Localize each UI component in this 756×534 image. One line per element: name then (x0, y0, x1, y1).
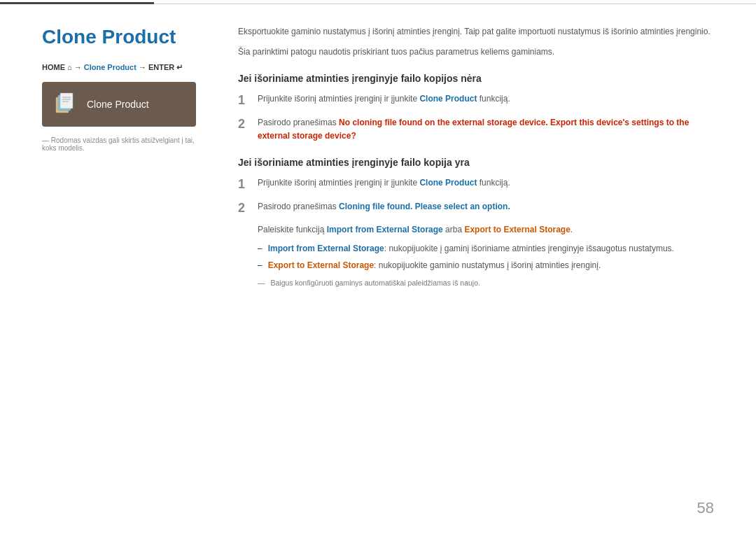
bullet-text-1: Import from External Storage: nukopijuok… (268, 242, 674, 255)
step-number-4: 2 (238, 200, 251, 216)
section2-step2: 2 Pasirodo pranešimas Cloning file found… (238, 200, 714, 216)
footnote-dash: ― (258, 278, 265, 289)
menu-item-box[interactable]: Clone Product (42, 82, 196, 127)
model-note: Rodomas vaizdas gali skirtis atsižvelgia… (42, 136, 196, 152)
export-link: Export to External Storage (464, 225, 570, 234)
no-cloning-message: No cloning file found on the external st… (258, 118, 689, 141)
step-number: 1 (238, 92, 251, 108)
step-number-2: 2 (238, 116, 251, 132)
section1-step2: 2 Pasirodo pranešimas No cloning file fo… (238, 116, 714, 143)
breadcrumb: HOME ⌂ → Clone Product → ENTER ↵ (42, 63, 196, 72)
section1-step1: 1 Prijunkite išorinį atminties įrenginį … (238, 92, 714, 108)
step-number-3: 1 (238, 176, 251, 192)
menu-item-label: Clone Product (87, 99, 149, 110)
svg-rect-2 (60, 93, 73, 108)
bullet-item-2: – Export to External Storage: nukopijuok… (258, 259, 714, 272)
section2-step1: 1 Prijunkite išorinį atminties įrenginį … (238, 176, 714, 192)
bullet-item-1: – Import from External Storage: nukopiju… (258, 242, 714, 255)
page-container: Clone Product HOME ⌂ → Clone Product → E… (0, 0, 756, 534)
content-area: Clone Product HOME ⌂ → Clone Product → E… (0, 4, 756, 310)
breadcrumb-current: Clone Product (84, 63, 136, 71)
import-link: Import from External Storage (327, 225, 443, 234)
breadcrumb-arrow1: → (74, 63, 82, 71)
step-text-4: Pasirodo pranešimas Cloning file found. … (258, 200, 714, 213)
export-bold: Export to External Storage (268, 260, 374, 270)
step-text: Prijunkite išorinį atminties įrenginį ir… (258, 92, 714, 106)
step-text-2: Pasirodo pranešimas No cloning file foun… (258, 116, 714, 143)
intro-text-1: Eksportuokite gaminio nustatymus į išori… (238, 25, 714, 38)
step-text-3: Prijunkite išorinį atminties įrenginį ir… (258, 176, 714, 190)
cloning-found-message: Cloning file found. Please select an opt… (339, 202, 510, 211)
bullet-list: – Import from External Storage: nukopiju… (258, 242, 714, 272)
bullet-dash-2: – (258, 259, 262, 272)
import-bold: Import from External Storage (268, 244, 384, 253)
clone-product-icon (53, 92, 78, 117)
breadcrumb-enter: ENTER ↵ (148, 63, 183, 72)
bullet-text-2: Export to External Storage: nukopijuokit… (268, 259, 601, 272)
breadcrumb-home: HOME ⌂ (42, 63, 72, 71)
right-panel: Eksportuokite gaminio nustatymus į išori… (224, 25, 714, 289)
bullet-dash-1: – (258, 242, 262, 255)
sub-instruction: Paleiskite funkciją Import from External… (258, 223, 714, 237)
section1-heading: Jei išoriniame atminties įrenginyje fail… (238, 73, 714, 84)
page-number: 58 (697, 499, 714, 517)
footnote: ― Baigus konfigūruoti gaminys automatišk… (258, 278, 714, 289)
section2-heading: Jei išoriniame atminties įrenginyje fail… (238, 157, 714, 168)
top-bar-right (154, 3, 756, 4)
page-title: Clone Product (42, 25, 196, 49)
clone-product-link2: Clone Product (419, 178, 477, 188)
top-bar (0, 0, 756, 4)
clone-product-link1: Clone Product (419, 94, 477, 104)
top-bar-left (0, 2, 154, 4)
footnote-text: Baigus konfigūruoti gaminys automatiškai… (271, 278, 480, 289)
left-panel: Clone Product HOME ⌂ → Clone Product → E… (42, 25, 224, 289)
intro-text-2: Šia parinktimi patogu naudotis priskiria… (238, 45, 714, 59)
breadcrumb-arrow2: → (139, 63, 146, 71)
